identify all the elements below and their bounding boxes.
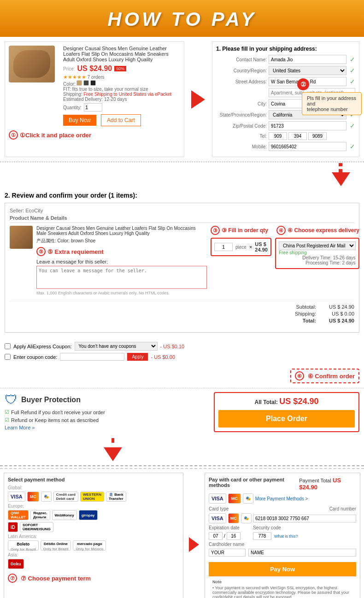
- note-text: Pls fill in your address and telephone n…: [307, 95, 356, 112]
- webmoney-logo[interactable]: WebMoney: [52, 510, 77, 520]
- processing-time: Processing Time: 2 days: [279, 260, 356, 265]
- apply-coupon-checkbox[interactable]: [5, 343, 11, 349]
- buy-now-button[interactable]: Buy Now: [63, 115, 96, 126]
- arrow-stripe: [112, 438, 114, 447]
- security-code-input[interactable]: [253, 532, 271, 540]
- section-divider: [0, 465, 364, 466]
- mobile-row: Mobile: ✓: [216, 142, 355, 151]
- mc-logo[interactable]: MC: [27, 492, 39, 502]
- check-zip: ✓: [350, 122, 355, 129]
- enter-code-label: Enter coupon code:: [13, 354, 57, 360]
- apply-coupon-label: Apply AliExpress Coupon:: [13, 344, 72, 349]
- cc-logo[interactable]: Credit cardDebit card: [53, 492, 78, 502]
- enter-code-checkbox[interactable]: [5, 354, 11, 360]
- type-visa[interactable]: VISA: [209, 513, 226, 523]
- unit-label: piece: [235, 245, 247, 250]
- mobile-input[interactable]: [269, 142, 346, 151]
- message-label: Leave a message for this seller:: [36, 259, 207, 264]
- quantity-input[interactable]: [84, 103, 102, 111]
- global-label: Global:: [8, 485, 179, 490]
- what-is-this-link[interactable]: What is this?: [274, 534, 298, 539]
- boleto-logo[interactable]: Boleto Only for Brazil: [8, 540, 39, 551]
- zip-row: Zip/Postal Code: ✓: [216, 121, 355, 130]
- arrow-down-2: [0, 436, 364, 463]
- step3-header: ③ ③ Fill in order qty ④ ④ Choose express…: [211, 226, 359, 235]
- arrow-right: [189, 41, 207, 157]
- qty-row: Quantity:: [63, 103, 180, 111]
- giropay-logo[interactable]: giropay: [79, 510, 98, 520]
- card-logos-top: VISA MC 🎭 More Payment Methods >: [209, 493, 356, 504]
- exp-year-input[interactable]: [227, 532, 241, 540]
- step2-badge: ②: [297, 78, 309, 90]
- note-text-1: • Your payment is secured with VeriSign …: [212, 586, 352, 598]
- exp-month-input[interactable]: [209, 532, 223, 540]
- card-type-row: Card type Card number: [209, 506, 356, 511]
- order-total-box: All Total: US $24.90 Place Order: [214, 392, 359, 432]
- shipping-total-row: Shipping: US $ 0.00: [10, 311, 354, 317]
- order-item-row: Designer Causal Shoes Men Genuine Leathe…: [10, 226, 354, 298]
- mercado-logo[interactable]: mercado pago Only for Mexico: [73, 540, 106, 551]
- price-label: Price:: [63, 66, 75, 71]
- id-logo[interactable]: iD: [8, 522, 18, 532]
- qiwi-logo[interactable]: QIWIWALLET: [8, 510, 29, 520]
- color-row: Color:: [63, 80, 180, 87]
- payment-left-title: Select payment method: [8, 477, 179, 482]
- tel-input-2[interactable]: [288, 132, 307, 140]
- sofort-logo[interactable]: SOFORTÜBERWEISUNG: [20, 522, 53, 532]
- debito-logo[interactable]: Débito Online Only for Brazil: [41, 540, 71, 551]
- wu-logo[interactable]: WESTERNUNION: [80, 492, 104, 502]
- fit-row: FIT: fits true to size, take your normal…: [63, 87, 180, 92]
- step5-area: ⑤ ⑤ Extra requiement: [36, 247, 207, 256]
- asia-label: Asia:: [8, 552, 179, 557]
- step6-annotation: ⑥ ⑥ Confirm order: [290, 369, 359, 383]
- item-thumbnail: [10, 226, 33, 249]
- visa-logo[interactable]: VISA: [8, 492, 25, 502]
- contact-name-input[interactable]: [269, 55, 346, 64]
- cardholder-last-input[interactable]: [248, 549, 356, 557]
- type-maestro[interactable]: 🎭: [241, 513, 252, 523]
- section2: 2. Review and confirm your order (1 item…: [0, 187, 364, 338]
- learn-more-link[interactable]: Learn More »: [5, 425, 209, 430]
- bank-transfer-logo[interactable]: 🏦 BankTransfer: [106, 492, 126, 502]
- card-type-logos: VISA MC 🎭: [209, 513, 250, 523]
- doku-logo[interactable]: Doku: [8, 559, 24, 569]
- form-title: 1. Please fill in your shipping address:: [216, 46, 355, 52]
- card-number-input[interactable]: [253, 515, 356, 522]
- global-methods: VISA MC 🎭 Credit cardDebit card WESTERNU…: [8, 492, 179, 502]
- arrow-container: [104, 438, 122, 461]
- message-textarea[interactable]: [36, 266, 207, 289]
- pay-now-button[interactable]: Pay Now: [209, 562, 356, 576]
- place-order-button[interactable]: Place Order: [218, 410, 355, 428]
- payment-left: Select payment method Global: VISA MC 🎭 …: [4, 473, 183, 598]
- step5-label: ⑤ ⑤ Extra requiement: [36, 247, 104, 256]
- buyer-protection: 🛡 Buyer Protection ☑ Full Refund if you …: [5, 392, 209, 430]
- country-select[interactable]: United States: [269, 66, 346, 75]
- note-badge-row: ②: [297, 78, 362, 90]
- check-icon-1: ☑: [5, 409, 9, 415]
- price-main: US $24.90: [77, 64, 112, 73]
- cardholder-inputs-row: [209, 549, 356, 557]
- order-qty-input[interactable]: [214, 243, 233, 251]
- cardholder-first-input[interactable]: [209, 549, 246, 557]
- coupon-row-1: Apply AliExpress Coupon: You don't have …: [5, 342, 359, 351]
- tel-input-3[interactable]: [308, 132, 327, 140]
- maestro-logo[interactable]: 🎭: [41, 492, 52, 502]
- coupon-code-input[interactable]: [60, 353, 124, 361]
- shipping-method-select[interactable]: China Post Registered Air Mail: [279, 241, 356, 250]
- apply-coupon-button[interactable]: Apply: [127, 353, 148, 361]
- cardholder-row: Cardholder name: [209, 542, 356, 547]
- action-buttons: Buy Now Add to Cart: [63, 114, 180, 126]
- add-to-cart-button[interactable]: Add to Cart: [101, 114, 141, 126]
- yandex-logo[interactable]: Яндекс.Деньги: [30, 510, 50, 520]
- tel-input-1[interactable]: [269, 132, 287, 140]
- more-payment-link[interactable]: More Payment Methods >: [255, 496, 308, 501]
- zip-input[interactable]: [269, 121, 346, 130]
- subtotal-row: Subtotal: US $ 24.90: [10, 304, 354, 310]
- all-total-row: All Total: US $24.90: [218, 397, 355, 406]
- bp-point-2: ☑ Refund or Keep items not as described: [5, 417, 209, 423]
- coupon-select[interactable]: You don't have any coupons: [75, 342, 158, 351]
- check-contact: ✓: [350, 56, 355, 63]
- item-description: Designer Causal Shoes Men Genuine Leathe…: [36, 226, 207, 298]
- type-mc[interactable]: MC: [228, 513, 239, 523]
- price-row: Price: US $24.90 50%: [63, 64, 180, 73]
